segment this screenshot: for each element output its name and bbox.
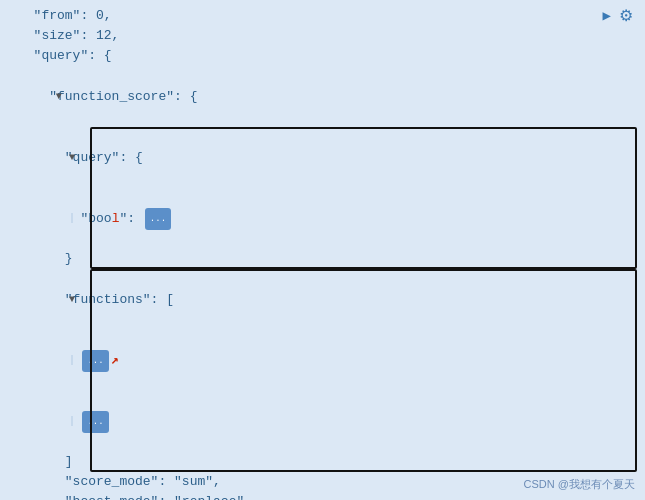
- func2-pill[interactable]: ...: [82, 411, 108, 433]
- bool-pill[interactable]: ...: [145, 208, 171, 230]
- code-line: "from": 0,: [0, 6, 645, 26]
- gutter: |: [0, 391, 18, 452]
- code-line: ▼ "query": {: [0, 127, 645, 188]
- code-line: | ...↗: [0, 330, 645, 391]
- toolbar-right: ▶ ⚙: [603, 6, 633, 25]
- code-line: | "bool": ...: [0, 188, 645, 249]
- red-arrow-1: ↗: [111, 351, 119, 371]
- settings-icon[interactable]: ⚙: [619, 6, 633, 25]
- gutter: |: [0, 330, 18, 391]
- gutter: ▼: [0, 269, 18, 330]
- query-block: ▼ "query": { | "bool": ... }: [0, 127, 645, 269]
- code-line: ▼ "functions": [: [0, 269, 645, 330]
- code-line: | ...: [0, 391, 645, 452]
- gutter: ▼: [0, 66, 18, 127]
- run-icon[interactable]: ▶: [603, 7, 611, 24]
- gutter: ▼: [0, 127, 18, 188]
- code-line: ]: [0, 452, 645, 472]
- code-line: "size": 12,: [0, 26, 645, 46]
- code-line: }: [0, 249, 645, 269]
- func1-pill[interactable]: ...: [82, 350, 108, 372]
- code-line: "boost_mode": "replace",: [0, 492, 645, 500]
- code-content: "from": 0, "size": 12, "query": { ▼ "fun…: [0, 6, 645, 500]
- watermark: CSDN @我想有个夏天: [524, 477, 635, 492]
- code-line: ▼ "function_score": {: [0, 66, 645, 127]
- functions-block: ▼ "functions": [ | ...↗ | ...: [0, 269, 645, 472]
- editor-area: ▶ ⚙ "from": 0, "size": 12, "query": { ▼ …: [0, 0, 645, 500]
- code-line: "query": {: [0, 46, 645, 66]
- gutter: |: [0, 188, 18, 249]
